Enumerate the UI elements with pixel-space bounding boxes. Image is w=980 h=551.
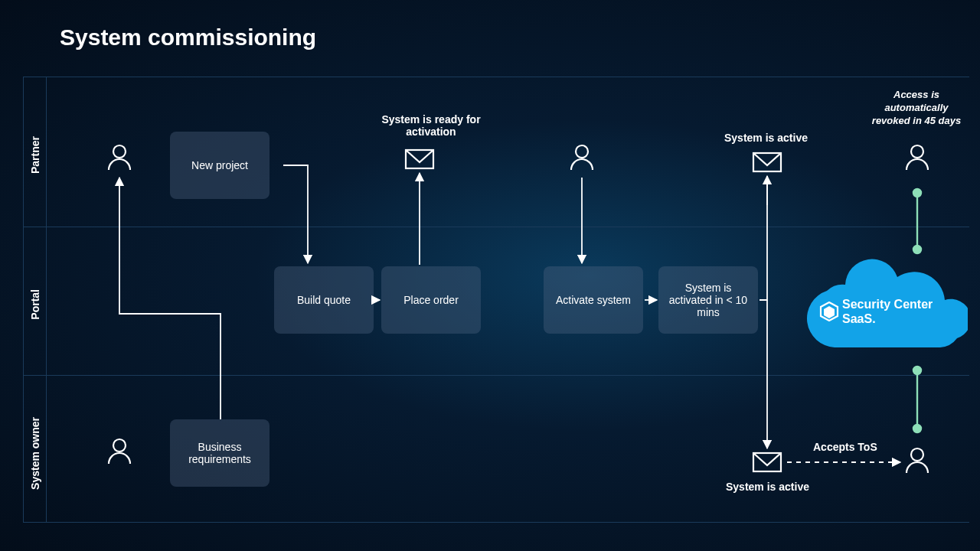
person-icon-partner-1 [109,145,130,170]
lane-border-left [23,77,24,522]
box-build-quote: Build quote [274,266,374,334]
lane-divider-1 [23,227,969,227]
svg-point-4 [913,189,921,197]
caption-ready-activation: System is ready for activation [377,113,485,138]
caption-access-revoked: Access is automatically revoked in 45 da… [867,89,966,128]
person-icon-owner-1 [109,439,130,464]
box-place-order: Place order [381,266,481,334]
svg-point-7 [913,367,921,374]
cloud-saas: Security Center SaaS. [799,246,968,354]
page-title: System commissioning [60,24,316,51]
lane-divider-top [23,77,969,77]
lane-label-owner: System owner [29,417,41,490]
svg-marker-1 [824,306,835,318]
caption-accepts-tos: Accepts ToS [813,441,877,453]
mail-icon-owner-active [753,453,781,471]
svg-point-9 [913,425,921,432]
lane-divider-2 [23,375,969,376]
mail-icon-partner-active [753,153,781,171]
caption-system-active-partner: System is active [724,132,808,144]
person-icon-partner-2 [571,145,593,170]
hex-logo-icon [819,302,839,321]
cloud-text-2: SaaS. [842,312,876,325]
lane-label-partner: Partner [29,136,41,174]
box-business-requirements: Business requirements [170,419,270,487]
box-activate-system: Activate system [544,266,643,334]
lane-label-portal: Portal [29,289,41,320]
caption-system-active-owner: System is active [726,481,809,493]
box-system-activated: System is activated in < 10 mins [658,266,758,334]
mail-icon-ready [406,150,433,168]
person-icon-owner-2 [906,448,928,473]
cloud-text-1: Security Center [842,298,933,311]
box-new-project: New project [170,132,270,199]
lane-border-left-2 [46,77,47,522]
person-icon-partner-3 [906,145,928,170]
lane-divider-bottom [23,522,969,523]
